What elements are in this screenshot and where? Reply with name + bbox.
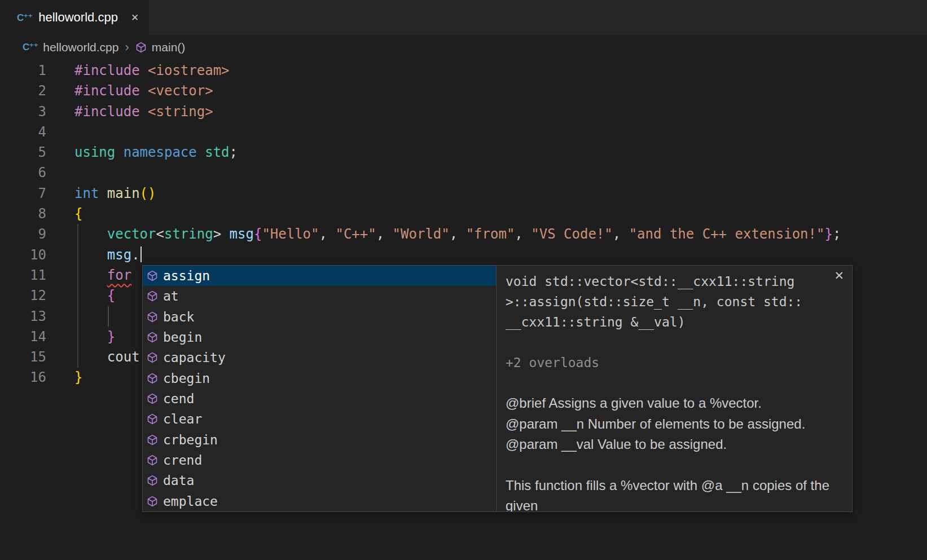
suggestion-item-clear[interactable]: clear — [143, 409, 496, 429]
suggestion-item-crend[interactable]: crend — [143, 450, 496, 470]
code-token: <vector> — [148, 83, 213, 99]
line-number: 10 — [0, 245, 46, 265]
code-text: } — [46, 327, 115, 347]
code-token: { — [254, 226, 262, 242]
suggestion-item-cbegin[interactable]: cbegin — [143, 368, 496, 389]
code-line[interactable]: 3#include <string> — [0, 102, 927, 122]
suggestion-label: at — [163, 289, 179, 303]
code-text: msg. — [46, 245, 142, 265]
breadcrumb: C⁺⁺ helloworld.cpp › main() — [0, 35, 927, 59]
suggestion-label: crend — [163, 453, 202, 468]
code-token: for — [107, 267, 131, 283]
code-text: vector<string> msg{"Hello", "C++", "Worl… — [46, 224, 841, 244]
code-token: cout — [107, 349, 140, 365]
code-token: msg — [107, 247, 131, 263]
code-token: using — [74, 144, 115, 160]
code-token: { — [74, 206, 82, 222]
suggestion-label: crbegin — [163, 433, 218, 447]
code-token — [74, 226, 107, 242]
suggestion-item-back[interactable]: back — [143, 307, 496, 327]
code-token: "Hello" — [262, 226, 319, 242]
code-line[interactable]: 9 vector<string> msg{"Hello", "C++", "Wo… — [0, 224, 927, 244]
code-token: main — [107, 186, 140, 201]
line-number: 9 — [0, 224, 46, 244]
code-token: "VS Code!" — [531, 226, 613, 242]
tab-bar: C⁺⁺ helloworld.cpp ✕ — [0, 0, 927, 35]
code-token: string — [164, 226, 213, 242]
symbol-method-icon — [147, 393, 158, 404]
suggestion-item-emplace[interactable]: emplace — [143, 491, 496, 512]
suggest-widget: assignatbackbegincapacitycbegincendclear… — [142, 265, 853, 512]
code-token: #include — [74, 104, 140, 120]
line-number: 2 — [0, 81, 46, 101]
symbol-method-icon — [147, 332, 158, 343]
suggestion-label: assign — [163, 268, 210, 283]
code-token: , — [613, 226, 629, 242]
suggestion-item-capacity[interactable]: capacity — [143, 347, 496, 368]
breadcrumb-symbol[interactable]: main() — [152, 41, 186, 54]
line-number: 15 — [0, 347, 46, 367]
code-line[interactable]: 5using namespace std; — [0, 142, 927, 162]
code-line[interactable]: 7int main() — [0, 183, 927, 204]
code-line[interactable]: 8{ — [0, 204, 927, 224]
breadcrumb-file[interactable]: helloworld.cpp — [43, 41, 118, 54]
code-token: } — [74, 369, 82, 385]
line-number: 6 — [0, 162, 46, 183]
code-line[interactable]: 4 — [0, 122, 927, 142]
docs-line — [506, 373, 843, 393]
symbol-method-icon — [147, 434, 158, 446]
code-token: () — [140, 186, 156, 201]
code-text: int main() — [46, 183, 156, 204]
suggest-list: assignatbackbegincapacitycbegincendclear… — [143, 266, 496, 512]
suggestion-item-data[interactable]: data — [143, 470, 496, 491]
docs-line: @param __val Value to be assigned. — [506, 434, 843, 455]
code-token — [140, 83, 148, 99]
code-text: cout — [46, 347, 140, 367]
code-token: ; — [230, 144, 238, 160]
code-token — [99, 186, 107, 201]
tab-helloworld-cpp[interactable]: C⁺⁺ helloworld.cpp ✕ — [0, 0, 149, 35]
suggestion-item-at[interactable]: at — [143, 286, 496, 306]
code-token: "and the C++ extension!" — [629, 226, 825, 242]
suggestion-item-begin[interactable]: begin — [143, 327, 496, 347]
line-number: 13 — [0, 306, 46, 327]
code-text — [46, 162, 74, 183]
code-text: using namespace std; — [46, 142, 238, 162]
suggestion-item-cend[interactable]: cend — [143, 389, 496, 409]
line-number: 11 — [0, 265, 46, 285]
line-number: 8 — [0, 204, 46, 224]
code-token: , — [319, 226, 336, 242]
code-line[interactable]: 6 — [0, 162, 927, 183]
code-token: std — [205, 144, 229, 160]
code-token — [115, 144, 123, 160]
code-token: < — [156, 226, 164, 242]
code-text: } — [46, 367, 82, 387]
symbol-method-icon — [147, 373, 158, 384]
suggestion-item-assign[interactable]: assign — [143, 266, 496, 286]
code-token: vector — [107, 226, 156, 242]
docs-line: @param __n Number of elements to be assi… — [506, 414, 843, 435]
code-line[interactable]: 1#include <iostream> — [0, 60, 927, 81]
line-number: 5 — [0, 142, 46, 162]
suggestion-item-crbegin[interactable]: crbegin — [143, 430, 496, 450]
suggestion-label: cend — [163, 391, 194, 406]
line-number: 1 — [0, 60, 46, 81]
docs-line — [506, 332, 843, 352]
code-token — [74, 247, 107, 263]
line-number: 16 — [0, 367, 46, 387]
symbol-method-icon — [147, 290, 158, 302]
docs-line — [506, 455, 843, 475]
code-text: { — [46, 285, 115, 306]
indent-guide — [108, 306, 109, 327]
code-token — [74, 329, 107, 345]
symbol-method-icon — [147, 311, 158, 323]
code-line[interactable]: 10 msg. — [0, 245, 927, 265]
code-line[interactable]: 2#include <vector> — [0, 81, 927, 101]
docs-close-icon[interactable]: ✕ — [834, 269, 844, 283]
line-number: 14 — [0, 327, 46, 347]
symbol-method-icon — [135, 42, 147, 53]
symbol-method-icon — [147, 270, 158, 281]
suggestion-label: cbegin — [163, 371, 210, 386]
tab-close-icon[interactable]: ✕ — [131, 12, 139, 24]
text-cursor — [140, 246, 142, 262]
